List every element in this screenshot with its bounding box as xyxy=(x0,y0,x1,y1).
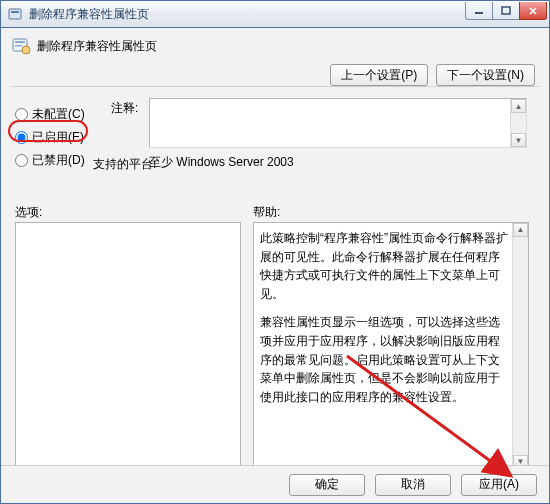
scroll-down-icon[interactable]: ▼ xyxy=(511,133,526,147)
page-header: 删除程序兼容性属性页 xyxy=(11,36,539,56)
help-paragraph-1: 此策略控制“程序兼容性”属性页命令行解释器扩展的可见性。此命令行解释器扩展在任何… xyxy=(260,229,508,303)
svg-rect-3 xyxy=(502,7,510,14)
svg-point-7 xyxy=(22,46,30,54)
radio-not-configured-label: 未配置(C) xyxy=(32,106,85,123)
scroll-up-icon[interactable]: ▲ xyxy=(513,223,528,237)
platform-label: 支持的平台: xyxy=(93,156,156,173)
radio-not-configured-input[interactable] xyxy=(15,108,28,121)
titlebar: 删除程序兼容性属性页 xyxy=(0,0,550,28)
scroll-up-icon[interactable]: ▲ xyxy=(511,99,526,113)
svg-rect-6 xyxy=(15,45,22,47)
close-button[interactable] xyxy=(519,2,547,20)
ok-button[interactable]: 确定 xyxy=(289,474,365,496)
window-controls xyxy=(466,2,547,22)
help-textbox: 此策略控制“程序兼容性”属性页命令行解释器扩展的可见性。此命令行解释器扩展在任何… xyxy=(253,222,529,470)
comment-textbox[interactable]: ▲ ▼ xyxy=(149,98,527,148)
comment-label: 注释: xyxy=(111,100,138,117)
content-area: 删除程序兼容性属性页 上一个设置(P) 下一个设置(N) 未配置(C) 已启用(… xyxy=(0,28,550,504)
help-paragraph-2: 兼容性属性页显示一组选项，可以选择这些选项并应用于应用程序，以解决影响旧版应用程… xyxy=(260,313,508,406)
svg-rect-2 xyxy=(475,12,483,14)
radio-disabled-input[interactable] xyxy=(15,154,28,167)
options-label: 选项: xyxy=(15,204,42,221)
comment-scrollbar[interactable]: ▲ ▼ xyxy=(510,99,526,147)
radio-not-configured[interactable]: 未配置(C) xyxy=(15,106,105,123)
prev-setting-button[interactable]: 上一个设置(P) xyxy=(330,64,428,86)
state-radios: 未配置(C) 已启用(E) 已禁用(D) xyxy=(15,100,105,175)
platform-value: 至少 Windows Server 2003 xyxy=(149,154,527,171)
minimize-button[interactable] xyxy=(465,2,493,20)
radio-enabled-label: 已启用(E) xyxy=(32,129,84,146)
help-scrollbar[interactable]: ▲ ▼ xyxy=(512,223,528,469)
radio-disabled[interactable]: 已禁用(D) xyxy=(15,152,105,169)
nav-buttons: 上一个设置(P) 下一个设置(N) xyxy=(330,64,535,86)
separator xyxy=(11,86,539,87)
radio-enabled[interactable]: 已启用(E) xyxy=(15,129,105,146)
app-icon xyxy=(7,6,23,22)
maximize-button[interactable] xyxy=(492,2,520,20)
radio-disabled-label: 已禁用(D) xyxy=(32,152,85,169)
policy-icon xyxy=(11,36,31,56)
options-listbox[interactable] xyxy=(15,222,241,470)
cancel-button[interactable]: 取消 xyxy=(375,474,451,496)
radio-enabled-input[interactable] xyxy=(15,131,28,144)
apply-button[interactable]: 应用(A) xyxy=(461,474,537,496)
dialog-footer: 确定 取消 应用(A) xyxy=(1,465,549,503)
svg-rect-1 xyxy=(11,11,19,13)
window-title: 删除程序兼容性属性页 xyxy=(29,6,466,23)
svg-rect-0 xyxy=(9,9,21,19)
svg-rect-5 xyxy=(15,41,25,43)
next-setting-button[interactable]: 下一个设置(N) xyxy=(436,64,535,86)
help-label: 帮助: xyxy=(253,204,280,221)
page-title: 删除程序兼容性属性页 xyxy=(37,38,157,55)
